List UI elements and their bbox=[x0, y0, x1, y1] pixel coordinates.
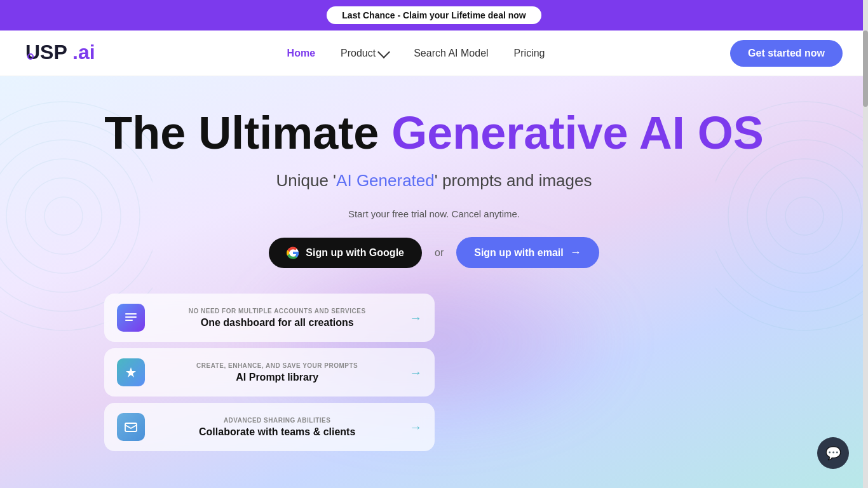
banner-text[interactable]: Last Chance - Claim your Lifetime deal n… bbox=[327, 6, 541, 24]
svg-point-7 bbox=[25, 178, 102, 254]
signup-email-button[interactable]: Sign up with email → bbox=[456, 237, 599, 268]
svg-point-6 bbox=[6, 159, 121, 273]
feature-text-dashboard: NO NEED FOR MULTIPLE ACCOUNTS AND SERVIC… bbox=[155, 308, 399, 329]
svg-point-12 bbox=[747, 159, 862, 273]
svg-rect-16 bbox=[125, 313, 137, 315]
top-banner[interactable]: Last Chance - Claim your Lifetime deal n… bbox=[0, 0, 868, 30]
nav-pricing[interactable]: Pricing bbox=[514, 48, 545, 59]
signup-email-label: Sign up with email bbox=[474, 247, 563, 259]
dashboard-icon bbox=[117, 304, 145, 332]
feature-card-prompt[interactable]: CREATE, ENHANCE, AND SAVE YOUR PROMPTS A… bbox=[104, 348, 435, 396]
collaborate-icon bbox=[117, 413, 145, 441]
dashboard-arrow-icon: → bbox=[409, 311, 422, 325]
or-divider: or bbox=[435, 247, 444, 259]
feature-title-prompt: AI Prompt library bbox=[155, 372, 399, 383]
feature-label-collaborate: ADVANCED SHARING ABILITIES bbox=[155, 417, 399, 424]
svg-point-8 bbox=[44, 197, 83, 235]
prompt-arrow-icon: → bbox=[409, 365, 422, 380]
feature-title-collaborate: Collaborate with teams & clients bbox=[155, 426, 399, 438]
nav-home[interactable]: Home bbox=[287, 48, 315, 59]
feature-cards: NO NEED FOR MULTIPLE ACCOUNTS AND SERVIC… bbox=[104, 294, 435, 451]
google-icon bbox=[287, 247, 299, 259]
feature-card-dashboard[interactable]: NO NEED FOR MULTIPLE ACCOUNTS AND SERVIC… bbox=[104, 294, 435, 342]
arrow-right-icon: → bbox=[570, 246, 581, 259]
feature-text-prompt: CREATE, ENHANCE, AND SAVE YOUR PROMPTS A… bbox=[155, 362, 399, 383]
hero-subtitle: Unique 'AI Generated' prompts and images bbox=[104, 171, 764, 191]
signup-google-label: Sign up with Google bbox=[306, 247, 404, 259]
prompt-icon bbox=[117, 358, 145, 386]
svg-rect-17 bbox=[125, 316, 137, 318]
feature-title-dashboard: One dashboard for all creations bbox=[155, 317, 399, 329]
scrollbar-thumb[interactable] bbox=[863, 30, 868, 107]
logo[interactable]: USP .ai bbox=[25, 39, 102, 67]
nav-product[interactable]: Product bbox=[341, 48, 388, 59]
signup-google-button[interactable]: Sign up with Google bbox=[269, 238, 422, 268]
chat-icon: 💬 bbox=[825, 445, 841, 461]
svg-rect-18 bbox=[125, 320, 133, 321]
svg-point-14 bbox=[785, 197, 824, 235]
feature-card-collaborate[interactable]: ADVANCED SHARING ABILITIES Collaborate w… bbox=[104, 403, 435, 451]
svg-text:USP: USP bbox=[25, 41, 67, 63]
svg-point-13 bbox=[766, 178, 843, 254]
get-started-button[interactable]: Get started now bbox=[730, 40, 843, 67]
hero-title-black: The Ultimate bbox=[104, 107, 379, 158]
hero-title: The Ultimate Generative AI OS bbox=[104, 108, 764, 158]
svg-text:.ai: .ai bbox=[72, 41, 95, 63]
svg-rect-19 bbox=[125, 423, 137, 431]
hero-title-purple: Generative AI OS bbox=[391, 107, 764, 158]
feature-label-dashboard: NO NEED FOR MULTIPLE ACCOUNTS AND SERVIC… bbox=[155, 308, 399, 315]
navbar: USP .ai Home Product Search AI Model Pri… bbox=[0, 30, 868, 76]
hero-section: The Ultimate Generative AI OS Unique 'AI… bbox=[0, 76, 868, 488]
hero-content: The Ultimate Generative AI OS Unique 'AI… bbox=[104, 76, 764, 451]
feature-label-prompt: CREATE, ENHANCE, AND SAVE YOUR PROMPTS bbox=[155, 362, 399, 369]
hero-trial-text: Start your free trial now. Cancel anytim… bbox=[104, 208, 764, 219]
cta-row: Sign up with Google or Sign up with emai… bbox=[104, 237, 764, 268]
scrollbar[interactable] bbox=[863, 0, 868, 488]
logo-name: USP .ai bbox=[25, 39, 102, 67]
chat-bubble-button[interactable]: 💬 bbox=[817, 437, 849, 469]
product-chevron-icon bbox=[377, 46, 390, 58]
hero-subtitle-blue: AI Generated bbox=[336, 171, 435, 190]
feature-text-collaborate: ADVANCED SHARING ABILITIES Collaborate w… bbox=[155, 417, 399, 438]
nav-search-ai[interactable]: Search AI Model bbox=[414, 48, 488, 59]
collaborate-arrow-icon: → bbox=[409, 420, 422, 435]
nav-links: Home Product Search AI Model Pricing bbox=[287, 48, 545, 59]
